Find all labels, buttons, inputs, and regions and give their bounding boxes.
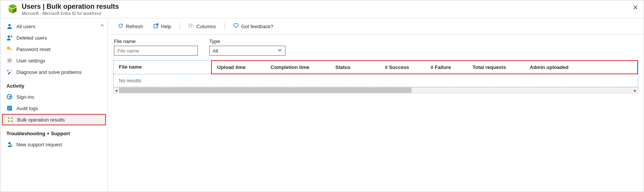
log-icon xyxy=(6,105,13,111)
refresh-icon xyxy=(118,23,123,30)
scroll-left-icon: ◄ xyxy=(114,88,119,93)
close-button[interactable]: ✕ xyxy=(633,3,638,12)
column-header-admin[interactable]: Admin uploaded xyxy=(524,61,637,74)
main-content: Refresh Help Columns Got feedback? File … xyxy=(108,18,644,192)
header-text: Users | Bulk operation results Microsoft… xyxy=(22,3,119,16)
help-button[interactable]: Help xyxy=(149,21,175,31)
chevron-down-icon xyxy=(277,48,282,54)
key-icon xyxy=(6,46,13,52)
svg-rect-26 xyxy=(191,27,192,27)
page-subtitle: Microsoft - Microsoft Entra ID for workf… xyxy=(22,11,119,16)
filters-bar: File name Type All xyxy=(108,35,644,60)
svg-rect-12 xyxy=(8,108,11,109)
sidebar-item-all-users[interactable]: All users xyxy=(0,21,107,32)
table-header-row: File name Upload time Completion time St… xyxy=(113,60,638,74)
filter-type: Type All xyxy=(209,38,285,56)
column-header-success[interactable]: # Success xyxy=(380,61,425,74)
svg-rect-28 xyxy=(193,26,194,26)
column-header-completion-time[interactable]: Completion time xyxy=(265,61,330,74)
sidebar-item-deleted-users[interactable]: Deleted users xyxy=(0,32,107,43)
sidebar-item-label: Bulk operation results xyxy=(17,117,65,123)
user-x-icon xyxy=(6,35,13,41)
svg-point-14 xyxy=(8,117,10,119)
toolbar: Refresh Help Columns Got feedback? xyxy=(108,18,644,35)
feedback-button[interactable]: Got feedback? xyxy=(229,21,277,31)
sidebar-item-user-settings[interactable]: User settings xyxy=(0,55,107,66)
svg-point-4 xyxy=(8,35,10,38)
heart-icon xyxy=(233,23,239,30)
close-icon: ✕ xyxy=(633,4,638,11)
sidebar-item-label: Diagnose and solve problems xyxy=(16,69,82,75)
columns-button[interactable]: Columns xyxy=(184,21,219,31)
svg-point-16 xyxy=(8,120,10,122)
sidebar-item-label: User settings xyxy=(16,58,45,64)
sidebar-item-label: All users xyxy=(16,24,35,29)
svg-point-18 xyxy=(8,142,11,144)
filter-label: Type xyxy=(209,38,285,44)
sidebar-item-label: Password reset xyxy=(16,46,51,52)
user-icon xyxy=(6,23,13,29)
sidebar-item-label: Sign-ins xyxy=(16,94,34,100)
bulk-icon xyxy=(7,117,13,123)
column-header-failure[interactable]: # Failure xyxy=(425,61,467,74)
external-link-icon xyxy=(153,23,159,30)
file-name-input[interactable] xyxy=(114,46,198,56)
svg-rect-27 xyxy=(193,24,194,24)
table-empty-state: No results xyxy=(113,74,638,87)
svg-rect-11 xyxy=(8,107,11,107)
select-value: All xyxy=(213,48,218,54)
sidebar-item-support[interactable]: New support request xyxy=(0,139,107,150)
signin-icon xyxy=(6,94,13,100)
horizontal-scrollbar[interactable]: ◄ ► xyxy=(113,87,638,93)
highlighted-columns: Upload time Completion time Status # Suc… xyxy=(211,60,638,74)
column-header-status[interactable]: Status xyxy=(330,61,380,74)
toolbar-separator xyxy=(224,23,225,30)
toolbar-label: Refresh xyxy=(126,24,143,29)
type-select[interactable]: All xyxy=(209,46,285,56)
tools-icon xyxy=(6,69,13,75)
scroll-right-icon: ► xyxy=(633,88,638,93)
sidebar-item-label: Deleted users xyxy=(16,35,47,41)
svg-point-17 xyxy=(11,120,13,122)
toolbar-label: Help xyxy=(161,24,171,29)
sidebar-item-diagnose[interactable]: Diagnose and solve problems xyxy=(0,66,107,78)
sidebar-item-bulk-results[interactable]: Bulk operation results xyxy=(2,114,106,125)
svg-point-8 xyxy=(9,60,11,62)
results-table: File name Upload time Completion time St… xyxy=(113,60,638,87)
column-header-upload-time[interactable]: Upload time xyxy=(212,61,265,74)
filter-file-name: File name xyxy=(114,38,198,56)
svg-rect-13 xyxy=(8,109,10,110)
page-header: Users | Bulk operation results Microsoft… xyxy=(0,0,644,18)
svg-rect-22 xyxy=(189,26,190,26)
svg-rect-24 xyxy=(191,24,192,24)
column-header-total[interactable]: Total requests xyxy=(467,61,524,74)
toolbar-separator xyxy=(179,23,180,30)
svg-point-15 xyxy=(11,117,13,119)
gear-icon xyxy=(6,58,13,64)
page-title: Users | Bulk operation results xyxy=(22,3,119,11)
sidebar-section-troubleshoot: Troubleshooting + Support xyxy=(0,125,107,139)
sidebar-section-activity: Activity xyxy=(0,78,107,91)
column-header-file-name[interactable]: File name xyxy=(114,61,211,74)
sidebar: « All users Deleted users Password reset… xyxy=(0,18,108,192)
sidebar-item-label: New support request xyxy=(16,142,62,147)
sidebar-item-label: Audit logs xyxy=(16,106,38,111)
sidebar-item-signins[interactable]: Sign-ins xyxy=(0,91,107,102)
svg-rect-29 xyxy=(193,27,194,27)
support-icon xyxy=(6,141,13,147)
product-logo-icon xyxy=(7,3,18,14)
collapse-sidebar-button[interactable]: « xyxy=(101,22,104,28)
svg-point-3 xyxy=(8,24,11,26)
scroll-thumb[interactable] xyxy=(119,88,412,93)
scroll-track xyxy=(119,88,633,93)
sidebar-item-password-reset[interactable]: Password reset xyxy=(0,43,107,55)
filter-label: File name xyxy=(114,38,198,44)
svg-rect-7 xyxy=(11,49,12,50)
sidebar-item-audit-logs[interactable]: Audit logs xyxy=(0,102,107,114)
toolbar-label: Columns xyxy=(196,24,216,29)
refresh-button[interactable]: Refresh xyxy=(114,21,147,31)
svg-rect-23 xyxy=(189,27,190,27)
svg-rect-21 xyxy=(189,24,190,24)
columns-icon xyxy=(188,23,194,30)
toolbar-label: Got feedback? xyxy=(241,24,274,29)
